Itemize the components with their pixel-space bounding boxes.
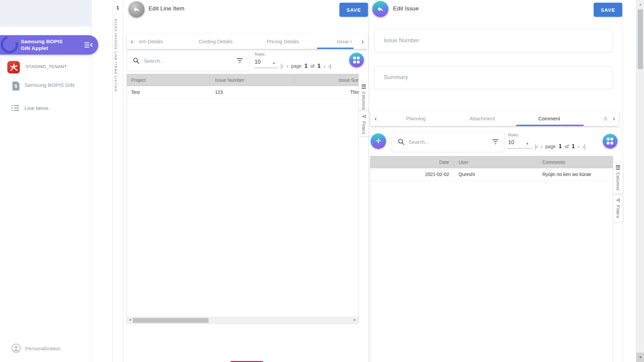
scroll-down-icon: ▼ bbox=[636, 356, 644, 359]
record-strip-right-divider bbox=[123, 0, 123, 362]
comment-search-input[interactable] bbox=[409, 139, 492, 145]
issue-save-button[interactable]: SAVE bbox=[594, 3, 622, 17]
summary-field-wrap bbox=[374, 66, 613, 89]
page-prev-icon[interactable]: ‹ bbox=[541, 143, 542, 149]
rows-per-page-value[interactable]: 10 bbox=[255, 59, 261, 65]
sidebar-item-personalization[interactable]: Personalization bbox=[25, 346, 61, 352]
issue-tabs-scroll-left-icon[interactable]: ‹ bbox=[371, 111, 381, 126]
col-user: User bbox=[459, 160, 469, 165]
issue-number-field-wrap bbox=[374, 29, 613, 52]
plus-icon: + bbox=[375, 136, 381, 146]
cell-comments: Ryūjin no ken wo kūrae bbox=[542, 172, 591, 177]
issue-back-icon[interactable] bbox=[372, 1, 388, 17]
cell-project: Test bbox=[131, 89, 140, 95]
scroll-up-icon[interactable]: ▲ bbox=[636, 3, 644, 6]
col-issue-summary: Issue Sur bbox=[338, 77, 358, 83]
person-icon bbox=[11, 343, 21, 355]
menu-collapse-icon[interactable] bbox=[84, 41, 93, 51]
line-item-tabbar: ‹ em Details Costing Details Pricing Det… bbox=[127, 34, 368, 49]
sidebar-top-box bbox=[0, 0, 91, 26]
grid-view-button[interactable] bbox=[349, 53, 364, 67]
scroll-down-button[interactable]: ▼ bbox=[636, 353, 644, 362]
columns-icon bbox=[362, 84, 366, 89]
col-issue-number: Issue Number bbox=[215, 77, 244, 83]
comment-table: Date User Comments 2021-02-02 Qureshi Ry… bbox=[370, 156, 613, 362]
search-icon bbox=[132, 57, 140, 64]
scrollbar-thumb[interactable] bbox=[133, 318, 209, 323]
filter-list-icon[interactable] bbox=[492, 139, 499, 144]
tab-item-details[interactable]: em Details bbox=[135, 34, 167, 49]
tabs-scroll-right-icon[interactable]: › bbox=[358, 34, 368, 49]
line-item-table-row[interactable]: Test 123 This bbox=[127, 86, 359, 99]
scroll-left-icon[interactable]: ◄ bbox=[128, 318, 131, 321]
grid-icon bbox=[607, 138, 613, 144]
record-index-tab[interactable]: 1 bbox=[113, 5, 123, 10]
table-horizontal-scrollbar[interactable]: ◄ ► bbox=[127, 317, 359, 323]
col-project: Project bbox=[131, 77, 146, 83]
line-item-table: Project Issue Number Issue Sur Test 123 … bbox=[126, 74, 359, 324]
page-first-icon[interactable]: |‹ bbox=[280, 63, 283, 69]
search-input[interactable] bbox=[144, 58, 236, 64]
line-item-save-button[interactable]: SAVE bbox=[339, 3, 368, 17]
comment-grid-view-button[interactable] bbox=[603, 134, 618, 148]
page-next-icon[interactable]: › bbox=[578, 143, 579, 149]
sidebar-item-tenant[interactable]: STAGING_TENANT bbox=[26, 64, 67, 69]
cell-user: Qureshi bbox=[459, 172, 475, 177]
comment-columns-tab[interactable]: Columns bbox=[613, 162, 623, 194]
sidebar-item-app[interactable]: Samsung BOPIS GIN bbox=[24, 82, 74, 88]
line-item-panel-title: Edit Line Item bbox=[149, 5, 184, 12]
tab-pricing-details[interactable]: Pricing Details bbox=[262, 34, 304, 49]
sidebar-item-line-items[interactable]: Line Items bbox=[24, 105, 49, 111]
page-word: page bbox=[545, 144, 556, 149]
line-item-filters-tab[interactable]: Filters bbox=[359, 111, 369, 137]
tab-next-truncated[interactable]: S bbox=[604, 111, 609, 126]
window-scrollbar[interactable]: ▲ ▼ bbox=[636, 0, 644, 362]
window-scrollbar-thumb[interactable] bbox=[638, 9, 643, 69]
tabs-scroll-left-icon[interactable]: ‹ bbox=[127, 34, 137, 49]
line-item-table-header: Project Issue Number Issue Sur bbox=[127, 74, 359, 86]
add-comment-button[interactable]: + bbox=[371, 133, 386, 149]
line-item-columns-tab[interactable]: Columns bbox=[359, 81, 369, 110]
tab-attachment[interactable]: Attachment bbox=[466, 111, 499, 126]
sidebar-divider bbox=[91, 0, 92, 362]
tab-costing-details[interactable]: Costing Details bbox=[194, 34, 237, 49]
rows-per-page-value[interactable]: 10 bbox=[508, 139, 514, 145]
cell-issue-number: 123 bbox=[215, 89, 223, 95]
page-last-icon[interactable]: ›| bbox=[582, 143, 585, 149]
rows-dropdown-icon[interactable]: ▼ bbox=[526, 142, 529, 145]
active-tab-underline bbox=[317, 48, 354, 49]
page-prev-icon[interactable]: ‹ bbox=[286, 63, 288, 69]
applet-header: Samsung BOPIS GIN Applet bbox=[0, 35, 98, 55]
tab-planning[interactable]: Planning bbox=[402, 111, 429, 126]
page-first-icon[interactable]: |‹ bbox=[535, 143, 538, 149]
rows-dropdown-icon[interactable]: ▼ bbox=[272, 62, 275, 65]
issue-number-field[interactable] bbox=[374, 37, 612, 44]
issue-panel-title: Edit Issue bbox=[393, 5, 419, 12]
cell-date: 2021-02-02 bbox=[370, 172, 449, 177]
scroll-right-icon[interactable]: ► bbox=[353, 318, 356, 321]
app-root: Samsung BOPIS GIN Applet STAGING_TENANT … bbox=[0, 0, 644, 362]
filter-list-icon[interactable] bbox=[236, 58, 243, 63]
filter-funnel-icon bbox=[362, 114, 366, 119]
list-icon bbox=[11, 104, 20, 113]
tab-comment[interactable]: Comment bbox=[535, 111, 564, 126]
comment-filters-tab[interactable]: Filters bbox=[613, 194, 623, 223]
listing-label: SALES INVOICE LINE ITEMS LISTING bbox=[114, 19, 118, 92]
page-current: 1 bbox=[559, 143, 562, 149]
comment-table-row[interactable]: 2021-02-02 Qureshi Ryūjin no ken wo kūra… bbox=[370, 168, 613, 181]
summary-field[interactable] bbox=[374, 74, 612, 81]
line-item-back-icon[interactable] bbox=[128, 1, 145, 17]
panel-divider bbox=[369, 0, 369, 362]
rows-label: Rows bbox=[508, 133, 518, 137]
issue-tabs-scroll-right-icon[interactable]: › bbox=[609, 111, 619, 126]
of-word: of bbox=[311, 63, 315, 69]
comment-pager: |‹ ‹ page 1 of 1 › ›| bbox=[535, 143, 585, 149]
page-last-icon[interactable]: ›| bbox=[328, 63, 331, 69]
issue-tabbar: ‹ Planning Attachment Comment S › bbox=[371, 111, 619, 126]
loading-spinner-icon bbox=[0, 33, 21, 56]
tab-issue[interactable]: Issue I bbox=[337, 34, 358, 49]
document-dollar-icon: $ bbox=[12, 81, 19, 90]
page-next-icon[interactable]: › bbox=[323, 63, 325, 69]
of-word: of bbox=[565, 144, 569, 149]
line-item-search-box bbox=[127, 50, 250, 71]
